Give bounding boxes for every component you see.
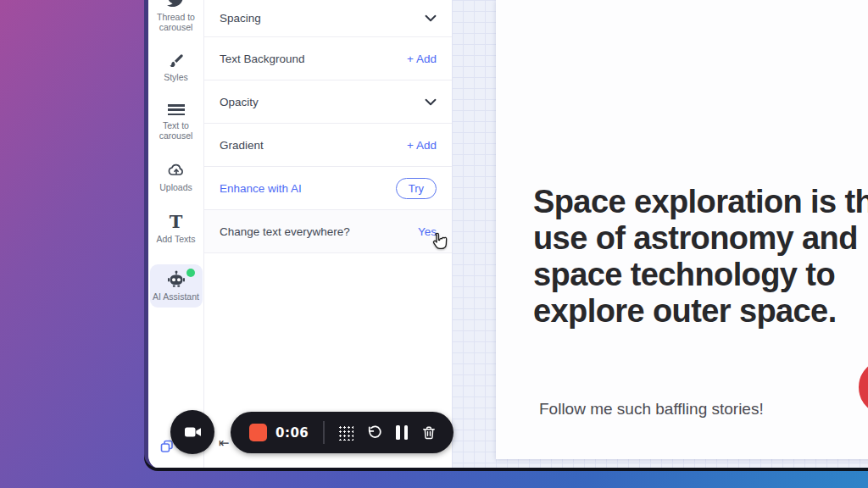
sidebar-item-label: Thread to carousel [150,12,203,32]
yes-button[interactable]: Yes [418,225,437,238]
sidebar-item-thread-to-carousel[interactable]: Thread to carousel [150,0,203,32]
add-text-background-button[interactable]: + Add [407,53,437,65]
sidebar-item-label: Uploads [159,182,192,192]
row-change-text-everywhere: Change text everywhere? Yes [204,210,452,253]
sidebar-item-label: AI Assistant [153,291,199,302]
settings-panel: Spacing Text Background + Add Opacity Gr… [204,0,452,468]
slide-headline-text[interactable]: Space exploration is the use of astronom… [533,184,868,330]
video-camera-icon [182,423,203,441]
chevron-down-icon[interactable] [425,98,437,106]
go-to-start-icon[interactable]: ⇤ [219,435,230,451]
delete-recording-button[interactable] [420,424,437,441]
duplicate-pages-icon[interactable] [160,440,174,456]
sidebar-item-add-texts[interactable]: T Add Texts [150,213,203,244]
sidebar: Thread to carousel Styles Text to carous… [148,0,204,468]
trash-icon [420,424,437,441]
row-label: Enhance with AI [220,182,302,195]
sidebar-item-uploads[interactable]: Uploads [150,161,203,192]
restart-recording-button[interactable] [366,424,383,441]
text-T-icon: T [170,213,183,231]
robot-icon [166,270,186,289]
cloud-upload-icon [166,161,186,180]
camera-button[interactable] [170,410,214,454]
row-spacing[interactable]: Spacing [204,0,452,37]
carousel-slide[interactable]: Space exploration is the use of astronom… [496,0,868,459]
row-label: Spacing [220,12,261,25]
text-lines-icon [168,104,185,118]
pause-icon [396,425,408,440]
recording-timer: 0:06 [275,425,309,441]
row-gradient: Gradient + Add [204,124,452,167]
row-label: Change text everywhere? [220,225,350,238]
row-opacity[interactable]: Opacity [204,80,452,124]
sidebar-item-styles[interactable]: Styles [150,53,203,82]
chevron-down-icon[interactable] [425,14,437,22]
row-text-background: Text Background + Add [204,37,452,80]
red-ring-graphic[interactable] [859,359,868,415]
toolbar-divider [323,421,325,444]
sidebar-item-label: Add Texts [157,234,196,244]
bird-icon [166,0,186,9]
stop-record-button[interactable] [249,424,267,441]
recording-toolbar: 0:06 [231,412,453,453]
sidebar-item-text-to-carousel[interactable]: Text to carousel [150,103,203,141]
sidebar-item-label: Text to carousel [150,120,203,141]
sidebar-item-label: Styles [164,72,188,82]
row-enhance-with-ai: Enhance with AI Try [204,167,452,210]
restart-icon [366,424,383,441]
online-status-dot [186,269,195,277]
add-gradient-button[interactable]: + Add [407,139,437,152]
row-label: Opacity [220,96,259,108]
row-label: Gradient [220,139,264,152]
canvas-workspace: Space exploration is the use of astronom… [452,0,868,468]
app-window: Thread to carousel Styles Text to carous… [144,0,868,468]
drag-dots-icon[interactable] [337,424,353,441]
sidebar-item-ai-assistant[interactable]: AI Assistant [150,264,203,307]
pause-recording-button[interactable] [396,425,408,440]
try-ai-button[interactable]: Try [396,178,437,199]
row-label: Text Background [220,53,305,65]
paintbrush-icon [168,53,185,69]
slide-caption-text[interactable]: Follow me such baffling stories! [539,400,764,419]
